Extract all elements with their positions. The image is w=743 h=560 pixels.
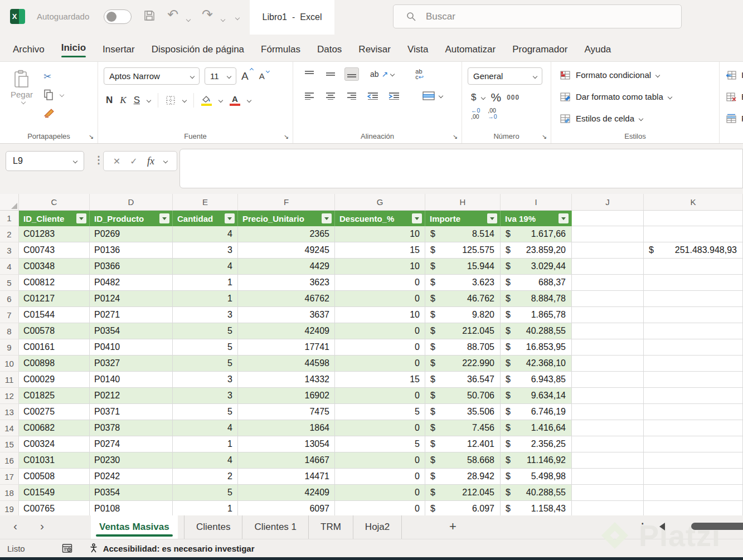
document-title-tab[interactable]: Libro1 - Excel (250, 0, 334, 35)
prev-sheet-button[interactable]: ‹ (13, 519, 17, 533)
header-cell-id-producto[interactable]: ID_Producto (90, 211, 173, 226)
row-number[interactable]: 5 (0, 275, 19, 291)
cell[interactable]: 3637 (238, 307, 335, 323)
cell[interactable]: C00898 (19, 356, 90, 372)
filter-button[interactable] (412, 213, 422, 223)
cell[interactable] (572, 404, 644, 420)
cell[interactable] (572, 275, 644, 291)
paste-button[interactable]: Pegar (6, 67, 38, 130)
cell[interactable]: C00324 (19, 436, 90, 452)
cell[interactable] (572, 436, 644, 452)
cell[interactable]: 46762 (238, 291, 335, 307)
format-as-table-button[interactable]: Dar formato como tabla (560, 89, 716, 104)
row-number[interactable]: 14 (0, 420, 19, 436)
name-box[interactable]: L9 (6, 151, 84, 171)
font-color-chevron-icon[interactable] (247, 98, 251, 103)
cell[interactable]: $212.045 (425, 485, 501, 501)
cell[interactable]: 0 (335, 275, 425, 291)
menu-tab-disposici-n-de-p-gina[interactable]: Disposición de página (152, 41, 244, 55)
cell[interactable]: C00029 (19, 372, 90, 388)
cell[interactable]: $6.097 (425, 501, 501, 515)
cell[interactable]: P0482 (90, 275, 173, 291)
row-number[interactable]: 15 (0, 436, 19, 452)
number-dialog-launcher[interactable]: ↘ (542, 134, 547, 140)
cell[interactable]: P0410 (90, 339, 173, 356)
cell[interactable] (644, 436, 743, 452)
cell[interactable] (644, 388, 743, 404)
cell[interactable] (572, 323, 644, 339)
cell[interactable]: 15 (335, 242, 425, 259)
cell[interactable]: C00812 (19, 275, 90, 291)
cell[interactable]: 7475 (238, 404, 335, 420)
menu-tab-insertar[interactable]: Insertar (103, 41, 135, 55)
cell[interactable]: 1864 (238, 420, 335, 436)
cell[interactable]: 3 (173, 242, 238, 259)
scroll-dots-icon[interactable]: ⋮ (638, 521, 647, 533)
cell[interactable]: $5.498,98 (501, 469, 572, 485)
copy-button[interactable] (43, 88, 64, 101)
cell[interactable]: C00578 (19, 323, 90, 339)
currency-chevron-icon[interactable] (481, 95, 485, 100)
cell[interactable] (644, 291, 743, 307)
align-top-button[interactable] (302, 67, 317, 81)
increase-font-button[interactable]: A (241, 70, 249, 82)
filter-button[interactable] (159, 213, 169, 223)
cell[interactable]: 1 (173, 436, 238, 452)
format-painter-button[interactable] (43, 106, 64, 120)
cell[interactable]: 5 (335, 436, 425, 452)
fill-color-chevron-icon[interactable] (218, 98, 223, 103)
cell[interactable] (572, 501, 644, 515)
decrease-font-button[interactable]: A (259, 71, 265, 81)
autosave-toggle[interactable] (104, 9, 132, 24)
cell[interactable]: 15 (335, 372, 425, 388)
new-sheet-button[interactable]: + (449, 519, 457, 534)
cell[interactable] (644, 485, 743, 501)
cell[interactable]: $688,37 (501, 275, 572, 291)
cell[interactable]: 0 (335, 339, 425, 356)
row-number[interactable]: 7 (0, 307, 19, 323)
cell[interactable]: $15.944 (425, 259, 501, 275)
cell[interactable]: $1.617,66 (501, 226, 572, 242)
cell[interactable] (644, 420, 743, 436)
menu-tab-f-rmulas[interactable]: Fórmulas (261, 41, 300, 55)
horizontal-scrollbar[interactable] (691, 523, 743, 530)
cell[interactable]: P0212 (90, 388, 173, 404)
cell[interactable]: 0 (335, 291, 425, 307)
row-number[interactable]: 10 (0, 356, 19, 372)
menu-tab-vista[interactable]: Vista (407, 41, 429, 55)
row-number[interactable]: 17 (0, 469, 19, 485)
header-cell-iva-19[interactable]: Iva 19% (501, 211, 572, 226)
cell[interactable]: $7.456 (425, 420, 501, 436)
cell[interactable]: 0 (335, 388, 425, 404)
cell[interactable]: 14471 (238, 469, 335, 485)
cell[interactable]: $35.506 (425, 404, 501, 420)
cell[interactable]: 5 (173, 323, 238, 339)
menu-tab-inicio[interactable]: Inicio (61, 39, 86, 57)
cell[interactable]: C01031 (19, 452, 90, 469)
cell[interactable]: P0366 (90, 259, 173, 275)
cell[interactable] (572, 420, 644, 436)
cell[interactable]: 1 (173, 291, 238, 307)
alignment-dialog-launcher[interactable]: ↘ (453, 134, 458, 140)
cell[interactable]: 4 (173, 452, 238, 469)
cell[interactable] (572, 259, 644, 275)
column-header-i[interactable]: I (501, 194, 572, 211)
cell[interactable]: $8.514 (425, 226, 501, 242)
orientation-button[interactable]: ab↗ (370, 70, 394, 79)
clipboard-dialog-launcher[interactable]: ↘ (89, 134, 94, 140)
next-sheet-button[interactable]: › (40, 519, 44, 533)
align-bottom-button[interactable] (344, 67, 359, 81)
cell[interactable]: P0140 (90, 372, 173, 388)
cancel-button[interactable]: ✕ (113, 156, 120, 167)
merge-center-button[interactable] (423, 91, 443, 100)
cell[interactable]: $6.943,85 (501, 372, 572, 388)
undo-chevron-icon[interactable] (184, 14, 190, 24)
cell[interactable] (644, 259, 743, 275)
cell[interactable]: $58.668 (425, 452, 501, 469)
row-number[interactable]: 1 (0, 211, 19, 226)
cell[interactable]: 10 (335, 307, 425, 323)
cell[interactable]: $28.942 (425, 469, 501, 485)
redo-icon[interactable]: ↷ (202, 7, 213, 22)
redo-chevron-icon[interactable] (218, 14, 225, 24)
row-number[interactable]: 13 (0, 404, 19, 420)
